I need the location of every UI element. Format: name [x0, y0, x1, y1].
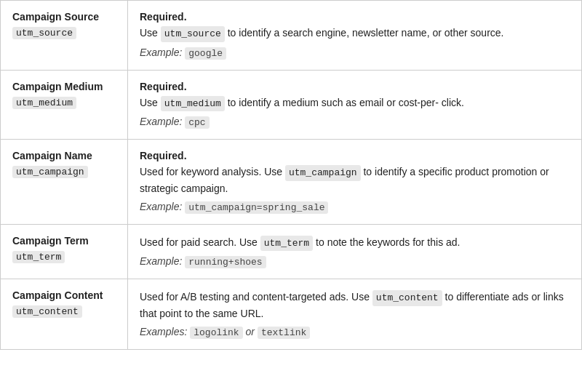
- utm-parameters-table: Campaign Sourceutm_sourceRequired.Use ut…: [0, 0, 582, 350]
- required-label-campaign-medium: Required.: [140, 81, 570, 92]
- description-campaign-medium: Use utm_medium to identify a medium such…: [140, 95, 570, 112]
- left-cell-campaign-medium: Campaign Mediumutm_medium: [1, 70, 128, 140]
- example-campaign-name: Example: utm_campaign=spring_sale: [140, 201, 570, 214]
- param-label-campaign-content: Campaign Content: [12, 289, 116, 301]
- param-code-campaign-source: utm_source: [12, 27, 76, 39]
- right-cell-campaign-content: Used for A/B testing and content-targete…: [128, 279, 582, 350]
- inline-code: utm_term: [260, 236, 313, 252]
- left-cell-campaign-source: Campaign Sourceutm_source: [1, 1, 128, 71]
- inline-code: utm_campaign: [285, 165, 361, 181]
- description-campaign-term: Used for paid search. Use utm_term to no…: [140, 235, 570, 252]
- description-campaign-name: Used for keyword analysis. Use utm_campa…: [140, 164, 570, 196]
- example-campaign-content: Examples: logolink or textlink: [140, 326, 570, 339]
- inline-code: utm_content: [372, 290, 442, 306]
- table-row: Campaign Mediumutm_mediumRequired.Use ut…: [1, 70, 582, 140]
- param-label-campaign-name: Campaign Name: [12, 150, 116, 161]
- table-row: Campaign Contentutm_contentUsed for A/B …: [1, 279, 582, 350]
- required-label-campaign-name: Required.: [140, 150, 570, 161]
- example-campaign-medium: Example: cpc: [140, 116, 570, 129]
- right-cell-campaign-name: Required.Used for keyword analysis. Use …: [128, 140, 582, 225]
- example-code1-campaign-content: logolink: [190, 327, 242, 339]
- left-cell-campaign-name: Campaign Nameutm_campaign: [1, 140, 128, 225]
- param-label-campaign-medium: Campaign Medium: [12, 81, 116, 92]
- left-cell-campaign-content: Campaign Contentutm_content: [1, 279, 128, 350]
- table-row: Campaign Nameutm_campaignRequired.Used f…: [1, 140, 582, 225]
- param-code-campaign-term: utm_term: [12, 251, 65, 263]
- example-code-campaign-source: google: [185, 47, 226, 60]
- table-row: Campaign Sourceutm_sourceRequired.Use ut…: [1, 1, 582, 71]
- example-code-campaign-term: running+shoes: [185, 256, 266, 268]
- description-campaign-content: Used for A/B testing and content-targete…: [140, 289, 570, 321]
- param-code-campaign-content: utm_content: [12, 305, 82, 318]
- right-cell-campaign-term: Used for paid search. Use utm_term to no…: [128, 224, 582, 279]
- example-code2-campaign-content: textlink: [258, 327, 310, 339]
- left-cell-campaign-term: Campaign Termutm_term: [1, 224, 128, 279]
- param-code-campaign-medium: utm_medium: [12, 97, 76, 109]
- right-cell-campaign-medium: Required.Use utm_medium to identify a me…: [128, 70, 582, 140]
- example-campaign-term: Example: running+shoes: [140, 255, 570, 268]
- description-campaign-source: Use utm_source to identify a search engi…: [140, 25, 570, 42]
- param-label-campaign-source: Campaign Source: [12, 11, 116, 23]
- example-campaign-source: Example: google: [140, 47, 570, 60]
- inline-code: utm_source: [161, 26, 225, 42]
- required-label-campaign-source: Required.: [140, 11, 570, 23]
- example-code-campaign-medium: cpc: [185, 116, 209, 129]
- param-code-campaign-name: utm_campaign: [12, 166, 88, 178]
- example-code-campaign-name: utm_campaign=spring_sale: [185, 201, 328, 214]
- param-label-campaign-term: Campaign Term: [12, 235, 116, 247]
- right-cell-campaign-source: Required.Use utm_source to identify a se…: [128, 1, 582, 71]
- table-row: Campaign Termutm_termUsed for paid searc…: [1, 224, 582, 279]
- inline-code: utm_medium: [161, 96, 225, 112]
